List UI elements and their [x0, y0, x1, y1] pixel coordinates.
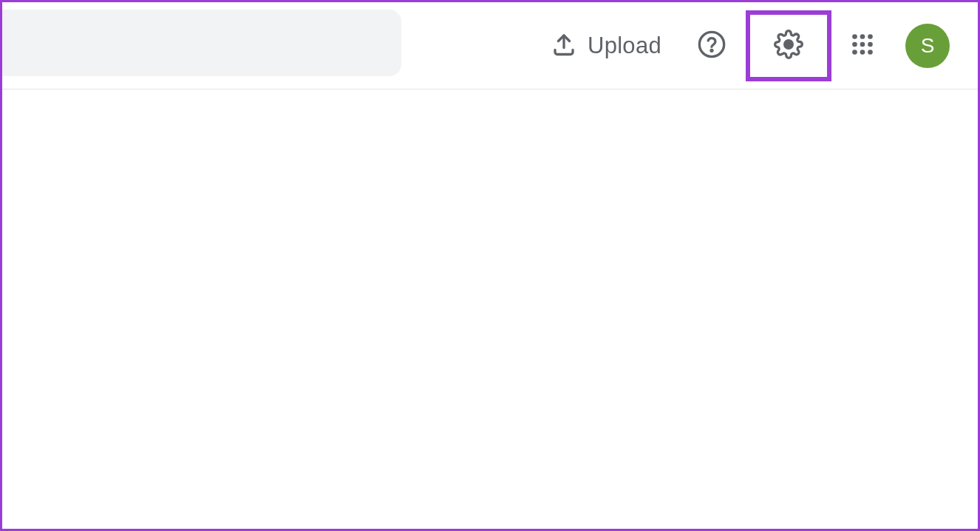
settings-highlight	[746, 10, 831, 81]
svg-point-2	[785, 40, 793, 48]
svg-point-6	[852, 41, 857, 47]
svg-point-9	[852, 50, 857, 55]
upload-button[interactable]: Upload	[536, 31, 676, 61]
gear-icon	[774, 30, 803, 62]
upload-icon	[551, 31, 577, 61]
main-content	[2, 89, 978, 529]
settings-button[interactable]	[766, 24, 811, 68]
svg-point-8	[868, 41, 873, 47]
svg-point-7	[860, 41, 865, 47]
avatar-initial: S	[921, 34, 935, 58]
apps-grid-icon	[849, 31, 876, 61]
help-button[interactable]	[690, 24, 734, 68]
search-input[interactable]	[0, 10, 401, 76]
svg-point-1	[711, 50, 712, 51]
svg-point-5	[868, 34, 873, 39]
svg-point-10	[860, 50, 865, 55]
avatar[interactable]: S	[905, 24, 950, 68]
svg-point-4	[860, 34, 865, 39]
header: Upload	[2, 2, 978, 89]
help-icon	[697, 30, 727, 62]
svg-point-0	[699, 32, 724, 56]
svg-point-3	[852, 34, 857, 39]
svg-point-11	[868, 50, 873, 55]
upload-label: Upload	[588, 33, 661, 59]
apps-button[interactable]	[840, 24, 885, 68]
